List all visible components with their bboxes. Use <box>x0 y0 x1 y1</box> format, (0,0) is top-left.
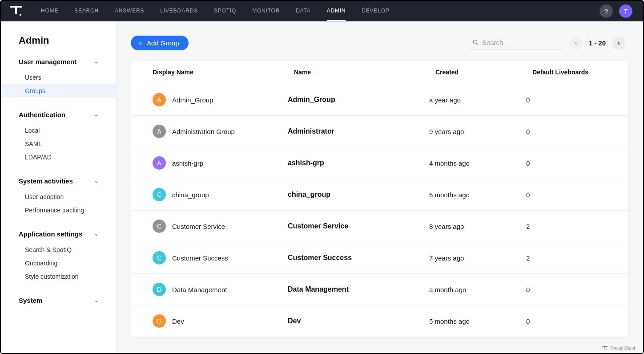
table-row[interactable]: DDevDev5 months ago0 <box>131 305 628 337</box>
nav-item-liveboards[interactable]: LIVEBOARDS <box>160 1 198 21</box>
table-row[interactable]: DData ManagementData Managementa month a… <box>131 274 628 305</box>
cell-name: Administrator <box>288 127 429 135</box>
cell-default-liveboards: 0 <box>526 286 620 293</box>
table-row[interactable]: CCustomer ServiceCustomer Service8 years… <box>131 211 628 242</box>
add-group-label: Add Group <box>147 39 179 47</box>
sidebar-section-application-settings[interactable]: Application settings⌄ <box>1 227 116 241</box>
group-avatar: C <box>153 251 166 264</box>
cell-default-liveboards: 0 <box>526 96 620 104</box>
sidebar-item-groups[interactable]: Groups <box>1 84 116 98</box>
cell-default-liveboards: 0 <box>526 317 620 325</box>
group-avatar: C <box>153 188 166 201</box>
chevron-down-icon: ⌄ <box>94 231 98 237</box>
top-nav-bar: HOMESEARCHANSWERSLIVEBOARDSSPOTIQMONITOR… <box>1 1 643 21</box>
sidebar-item-style-customization[interactable]: Style customization <box>1 270 116 283</box>
sidebar-item-saml[interactable]: SAML <box>1 137 116 151</box>
sidebar-item-user-adoption[interactable]: User adoption <box>1 190 116 203</box>
col-header-name-label: Name <box>294 69 311 76</box>
group-avatar: D <box>153 283 166 296</box>
pager-next-button[interactable] <box>612 37 625 50</box>
search-box[interactable] <box>471 37 561 49</box>
table-header-row: Display Name Name ↑ Created Default Live… <box>131 61 628 84</box>
content-toolbar: + Add Group 1 - 20 <box>117 36 643 50</box>
cell-created: 8 years ago <box>429 223 526 230</box>
svg-point-2 <box>20 14 21 16</box>
chevron-down-icon: ⌄ <box>94 178 98 184</box>
sidebar-section-label: System <box>19 297 42 304</box>
table-row[interactable]: AAdministration GroupAdministrator9 year… <box>131 116 628 147</box>
svg-line-4 <box>476 43 478 45</box>
help-button[interactable]: ? <box>600 4 613 18</box>
sidebar-section-label: Authentication <box>19 111 65 118</box>
add-group-button[interactable]: + Add Group <box>131 36 189 50</box>
cell-name: Customer Success <box>288 254 429 262</box>
cell-display-name: Admin_Group <box>172 96 213 104</box>
cell-created: 6 months ago <box>429 191 526 199</box>
cell-name: ashish-grp <box>288 159 429 167</box>
sidebar-item-performance-tracking[interactable]: Performance tracking <box>1 203 116 217</box>
nav-item-search[interactable]: SEARCH <box>74 1 99 21</box>
sidebar-item-users[interactable]: Users <box>1 71 116 84</box>
cell-display-name: china_group <box>172 191 209 199</box>
footer-brand-label: ThoughtSpot <box>610 346 635 350</box>
col-header-default-liveboards[interactable]: Default Liveboards <box>532 69 620 76</box>
sidebar-title: Admin <box>1 35 116 54</box>
plus-icon: + <box>138 39 142 47</box>
cell-default-liveboards: 0 <box>526 191 620 199</box>
sidebar-section-system[interactable]: System⌄ <box>1 293 116 308</box>
chevron-left-icon <box>573 41 579 46</box>
sidebar-item-local[interactable]: Local <box>1 124 116 137</box>
col-header-created[interactable]: Created <box>435 69 532 76</box>
sidebar-section-authentication[interactable]: Authentication⌄ <box>1 107 116 122</box>
chevron-down-icon: ⌄ <box>94 297 98 303</box>
sidebar-section-label: System activities <box>19 177 73 185</box>
cell-created: 9 years ago <box>429 128 526 135</box>
cell-created: 5 months ago <box>429 317 526 325</box>
chevron-right-icon <box>616 41 621 46</box>
group-avatar: A <box>153 93 166 106</box>
pager-prev-button[interactable] <box>569 37 583 50</box>
table-row[interactable]: Aashish-grpashish-grp4 months ago0 <box>131 147 628 179</box>
cell-created: 4 months ago <box>429 159 526 167</box>
cell-created: 7 years ago <box>429 254 526 262</box>
cell-display-name: ashish-grp <box>172 159 203 167</box>
sidebar-item-ldap-ad[interactable]: LDAP/AD <box>1 151 116 164</box>
nav-item-monitor[interactable]: MONITOR <box>252 1 280 21</box>
nav-item-home[interactable]: HOME <box>41 1 58 21</box>
sort-ascending-icon: ↑ <box>314 69 317 76</box>
app-logo[interactable] <box>9 4 23 18</box>
nav-item-develop[interactable]: DEVELOP <box>362 1 389 21</box>
table-row[interactable]: CCustomer SuccessCustomer Success7 years… <box>131 242 628 274</box>
svg-point-3 <box>473 40 477 44</box>
cell-default-liveboards: 2 <box>526 223 620 230</box>
table-row[interactable]: Cchina_groupchina_group6 months ago0 <box>131 179 628 211</box>
search-input[interactable] <box>482 39 558 46</box>
sidebar-section-user-management[interactable]: User management⌄ <box>1 54 116 69</box>
nav-item-spotiq[interactable]: SPOTIQ <box>214 1 236 21</box>
footer-logo-icon <box>602 346 608 350</box>
cell-name: Admin_Group <box>288 96 429 104</box>
nav-item-admin[interactable]: ADMIN <box>327 1 346 21</box>
user-avatar[interactable]: T <box>619 4 632 18</box>
sidebar-section-system-activities[interactable]: System activities⌄ <box>1 174 116 188</box>
cell-display-name: Dev <box>172 317 184 325</box>
cell-default-liveboards: 2 <box>526 254 620 262</box>
search-icon <box>472 39 479 46</box>
cell-name: china_group <box>288 191 429 199</box>
svg-point-7 <box>606 349 607 350</box>
sidebar-item-search-spotiq[interactable]: Search & SpotIQ <box>1 243 116 256</box>
nav-item-answers[interactable]: ANSWERS <box>115 1 144 21</box>
nav-item-data[interactable]: DATA <box>296 1 310 21</box>
cell-name: Dev <box>288 317 429 325</box>
chevron-down-icon: ⌄ <box>94 112 98 118</box>
cell-default-liveboards: 0 <box>526 128 620 135</box>
cell-display-name: Administration Group <box>172 128 235 135</box>
col-header-display-name[interactable]: Display Name <box>153 69 294 76</box>
col-header-name[interactable]: Name ↑ <box>294 69 435 76</box>
footer-brand: ThoughtSpot <box>602 346 635 350</box>
groups-table: Display Name Name ↑ Created Default Live… <box>131 60 629 338</box>
sidebar-item-onboarding[interactable]: Onboarding <box>1 256 116 270</box>
group-avatar: A <box>153 156 166 170</box>
table-row[interactable]: AAdmin_GroupAdmin_Groupa year ago0 <box>131 84 628 116</box>
cell-default-liveboards: 0 <box>526 159 620 167</box>
